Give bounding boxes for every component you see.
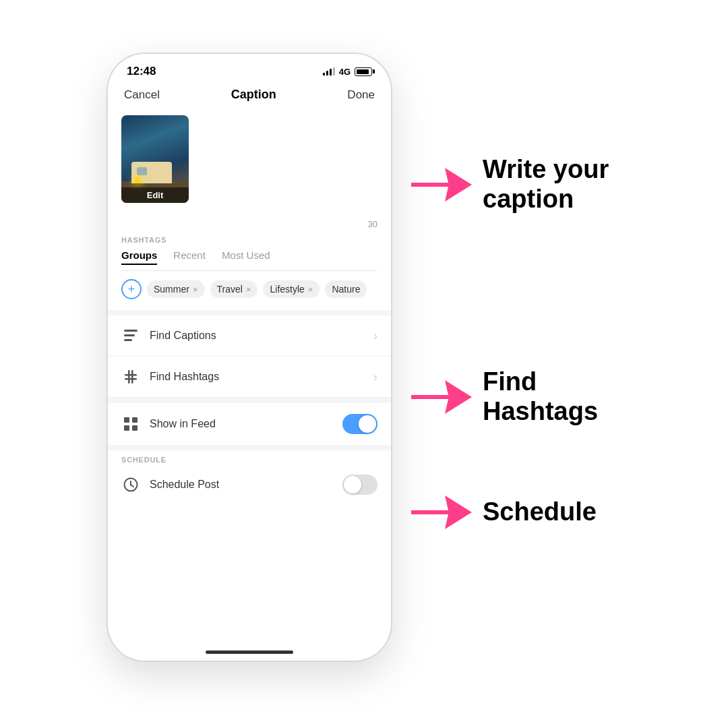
arrow-find-hashtags-icon xyxy=(411,380,472,414)
find-hashtags-item[interactable]: Find Hashtags › xyxy=(108,357,391,398)
chip-travel[interactable]: Travel × xyxy=(210,280,258,298)
svg-marker-15 xyxy=(411,380,472,414)
chip-nature[interactable]: Nature xyxy=(325,280,367,298)
chip-label: Lifestyle xyxy=(270,284,304,295)
svg-rect-8 xyxy=(132,417,138,423)
annotation-schedule: Schedule xyxy=(411,495,597,529)
hashtags-label: HASHTAGS xyxy=(121,236,377,244)
cancel-button[interactable]: Cancel xyxy=(124,88,160,102)
arrow-write-caption-icon xyxy=(411,168,472,202)
annotation-find-hashtags: FindHashtags xyxy=(411,367,598,426)
done-button[interactable]: Done xyxy=(347,88,375,102)
svg-marker-14 xyxy=(411,168,472,202)
chip-label: Travel xyxy=(217,284,243,295)
svg-rect-5 xyxy=(125,374,137,376)
svg-rect-10 xyxy=(132,425,138,431)
svg-marker-16 xyxy=(411,495,472,529)
schedule-text: Schedule xyxy=(483,497,597,527)
phone-frame: 12:48 4G Cancel Caption Done xyxy=(108,54,391,661)
clock-icon xyxy=(121,475,140,494)
caption-area[interactable]: Edit xyxy=(108,109,391,223)
toggle-knob xyxy=(344,476,361,493)
show-in-feed-item: Show in Feed xyxy=(108,403,391,445)
svg-rect-7 xyxy=(124,417,129,423)
write-caption-text: Write yourcaption xyxy=(483,155,609,214)
svg-rect-4 xyxy=(131,370,133,384)
hashtag-tabs: Groups Recent Most Used xyxy=(121,249,377,271)
chip-remove[interactable]: × xyxy=(308,284,313,295)
schedule-post-item: Schedule Post xyxy=(108,472,391,506)
find-captions-label: Find Captions xyxy=(150,330,373,342)
status-icons: 4G xyxy=(323,67,372,77)
schedule-post-label: Schedule Post xyxy=(150,479,342,491)
edit-label[interactable]: Edit xyxy=(121,187,189,203)
chip-label: Summer xyxy=(154,284,189,295)
chip-lifestyle[interactable]: Lifestyle × xyxy=(263,280,320,298)
svg-rect-0 xyxy=(124,330,138,332)
arrow-schedule-icon xyxy=(411,495,472,529)
show-in-feed-toggle[interactable] xyxy=(342,414,377,434)
signal-icon xyxy=(323,67,335,75)
grid-icon xyxy=(121,415,140,433)
char-count: 30 xyxy=(108,219,391,229)
phone-screen: 12:48 4G Cancel Caption Done xyxy=(108,54,391,661)
hashtags-section: HASHTAGS Groups Recent Most Used + Summe… xyxy=(108,229,391,307)
hash-icon xyxy=(121,367,140,386)
page-title: Caption xyxy=(231,88,276,102)
toggle-knob xyxy=(359,415,376,433)
network-label: 4G xyxy=(339,67,351,77)
tab-groups[interactable]: Groups xyxy=(121,249,157,265)
schedule-section: SCHEDULE Schedule Post xyxy=(108,445,391,506)
nav-bar: Cancel Caption Done xyxy=(108,84,391,109)
chip-remove[interactable]: × xyxy=(193,284,198,295)
svg-rect-9 xyxy=(124,425,129,431)
lines-icon xyxy=(121,326,140,345)
annotation-write-caption: Write yourcaption xyxy=(411,155,609,214)
chip-summer[interactable]: Summer × xyxy=(147,280,205,298)
post-image[interactable]: Edit xyxy=(121,115,189,203)
battery-icon xyxy=(355,67,372,76)
hashtag-chips: + Summer × Travel × Lifestyle × Nature xyxy=(121,279,377,307)
svg-rect-1 xyxy=(124,334,135,336)
status-bar: 12:48 4G xyxy=(108,54,391,84)
chip-label: Nature xyxy=(332,284,360,295)
find-captions-item[interactable]: Find Captions › xyxy=(108,315,391,357)
tab-most-used[interactable]: Most Used xyxy=(222,249,270,265)
chip-remove[interactable]: × xyxy=(246,284,251,295)
schedule-section-label: SCHEDULE xyxy=(121,456,377,464)
menu-section: Find Captions › Find Hashtags › xyxy=(108,310,391,398)
svg-rect-2 xyxy=(124,339,132,341)
add-hashtag-button[interactable]: + xyxy=(121,279,142,299)
schedule-post-toggle[interactable] xyxy=(342,475,377,495)
svg-line-13 xyxy=(131,485,133,487)
find-hashtags-text: FindHashtags xyxy=(483,367,598,426)
show-in-feed-label: Show in Feed xyxy=(150,418,342,430)
chevron-right-icon: › xyxy=(373,370,377,384)
svg-rect-3 xyxy=(128,370,130,384)
chevron-right-icon: › xyxy=(373,329,377,343)
find-hashtags-label: Find Hashtags xyxy=(150,371,373,383)
home-indicator xyxy=(206,650,293,654)
tab-recent[interactable]: Recent xyxy=(173,249,206,265)
svg-rect-6 xyxy=(125,378,137,380)
status-time: 12:48 xyxy=(127,65,156,78)
show-in-feed-section: Show in Feed xyxy=(108,398,391,445)
phone-mockup: 12:48 4G Cancel Caption Done xyxy=(108,54,391,661)
